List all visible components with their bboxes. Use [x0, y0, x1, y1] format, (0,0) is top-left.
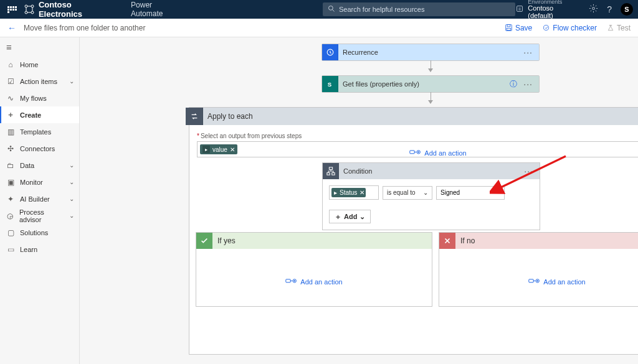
nav-item-data[interactable]: 🗀Data⌄ [0, 157, 79, 174]
nav-label: Process advisor [19, 208, 64, 223]
svg-rect-14 [329, 167, 332, 170]
environment-name: Contoso (default) [528, 5, 580, 19]
nav-collapse-icon[interactable]: ≡ [0, 37, 79, 56]
svg-rect-19 [529, 279, 533, 282]
avatar[interactable]: S [621, 3, 633, 16]
nav-item-solutions[interactable]: ▢Solutions [0, 224, 79, 241]
svg-rect-10 [507, 28, 511, 30]
svg-point-1 [31, 5, 34, 7]
chevron-down-icon: ⌄ [359, 213, 365, 221]
nav-item-my-flows[interactable]: ∿My flows [0, 90, 79, 106]
nav-item-process-advisor[interactable]: ◶Process advisor⌄ [0, 207, 79, 224]
svg-rect-6 [517, 6, 523, 11]
save-button[interactable]: Save [505, 24, 532, 32]
remove-token-icon[interactable]: ✕ [359, 189, 364, 196]
card-menu-icon[interactable]: ··· [521, 47, 535, 57]
nav-label: Solutions [20, 229, 48, 236]
card-menu-icon[interactable]: ··· [521, 166, 536, 176]
nav-label: Action items [20, 78, 57, 85]
nav-label: My flows [20, 95, 47, 102]
action-card-get-files[interactable]: S Get files (properties only) ⓘ ··· [321, 75, 540, 93]
ai-builder-icon: ✦ [6, 195, 15, 203]
svg-rect-17 [286, 279, 290, 282]
search-input[interactable] [339, 6, 510, 13]
svg-rect-21 [410, 151, 414, 154]
card-title: Condition [343, 167, 521, 175]
nav-label: Create [20, 111, 41, 119]
flow-checker-label: Flow checker [553, 24, 597, 32]
flow-checker-button[interactable]: Flow checker [542, 24, 597, 32]
nav-item-create[interactable]: ＋Create [0, 106, 79, 123]
monitor-icon: ▣ [6, 178, 15, 187]
home-icon: ⌂ [6, 60, 15, 69]
recurrence-icon [322, 44, 338, 60]
card-title: Get files (properties only) [343, 80, 510, 88]
add-action-button[interactable]: Add an action [528, 278, 585, 286]
settings-icon[interactable] [589, 4, 598, 15]
nav-label: Data [20, 162, 34, 169]
nav-label: Templates [20, 128, 51, 136]
add-action-button[interactable]: Add an action [409, 149, 466, 157]
info-icon[interactable]: ⓘ [510, 79, 517, 90]
svg-rect-16 [331, 173, 334, 175]
test-label: Test [617, 24, 631, 32]
add-action-label: Add an action [424, 149, 466, 157]
data-icon: 🗀 [6, 161, 15, 170]
branch-label: If no [460, 236, 475, 245]
token-label: Status [340, 189, 357, 196]
nav-item-connectors[interactable]: ✣Connectors [0, 140, 79, 157]
nav-item-monitor[interactable]: ▣Monitor⌄ [0, 174, 79, 190]
nav-item-learn[interactable]: ▭Learn [0, 241, 79, 258]
nav-item-home[interactable]: ⌂Home [0, 56, 79, 73]
action-card-apply-to-each[interactable]: Apply to each ··· Select an output from … [189, 107, 638, 355]
svg-point-3 [31, 11, 34, 14]
action-card-condition[interactable]: Condition ··· ▸ Status ✕ [322, 162, 540, 230]
svg-point-4 [328, 6, 333, 10]
plus-icon: ＋ [335, 212, 341, 222]
add-action-button[interactable]: Add an action [285, 278, 342, 286]
condition-operator-select[interactable]: is equal to ⌄ [383, 186, 432, 200]
help-icon[interactable]: ? [607, 4, 612, 14]
chevron-down-icon: ⌄ [423, 189, 428, 196]
nav-label: Connectors [20, 145, 55, 152]
add-condition-button[interactable]: ＋ Add ⌄ [329, 210, 371, 223]
card-title: Apply to each [207, 112, 638, 121]
nav-label: Learn [20, 246, 37, 253]
search-box[interactable] [323, 2, 515, 16]
sharepoint-icon: S [322, 76, 338, 92]
card-title: Recurrence [343, 49, 521, 56]
branch-label: If yes [217, 236, 236, 245]
check-icon [196, 233, 212, 249]
back-arrow-icon[interactable]: ← [7, 23, 16, 33]
svg-point-0 [25, 5, 27, 7]
test-button[interactable]: Test [607, 24, 631, 32]
connector-arrow [431, 92, 431, 103]
flow-title: Move files from one folder to another [24, 24, 145, 32]
process-advisor-icon: ◶ [6, 212, 14, 220]
action-items-icon: ☑ [6, 77, 15, 86]
my-flows-icon: ∿ [6, 94, 15, 103]
nav-item-action-items[interactable]: ☑Action items⌄ [0, 73, 79, 90]
app-name: Power Automate [131, 1, 186, 18]
token-icon: ▸ [334, 189, 337, 196]
output-label: Select an output from previous steps [197, 133, 638, 139]
templates-icon: ▥ [6, 128, 15, 136]
add-action-label: Add an action [300, 278, 342, 286]
waffle-icon[interactable] [5, 4, 20, 16]
branch-if-yes: If yes Add an action [196, 232, 432, 307]
loop-icon [186, 108, 203, 125]
cross-icon [439, 233, 455, 249]
trigger-card-recurrence[interactable]: Recurrence ··· [321, 44, 540, 61]
connectors-icon: ✣ [6, 144, 15, 153]
flow-canvas[interactable]: Recurrence ··· S Get files (properties o… [80, 37, 638, 364]
condition-value-input[interactable] [436, 186, 505, 200]
operator-label: is equal to [387, 189, 416, 196]
condition-left-operand[interactable]: ▸ Status ✕ [329, 185, 379, 200]
nav-item-templates[interactable]: ▥Templates [0, 123, 79, 140]
card-menu-icon[interactable]: ··· [521, 79, 535, 89]
nav-item-ai-builder[interactable]: ✦AI Builder⌄ [0, 190, 79, 207]
nav-label: Home [20, 61, 38, 68]
environment-picker[interactable]: Environments Contoso (default) [515, 0, 580, 19]
svg-rect-9 [507, 25, 510, 27]
chevron-down-icon: ⌄ [69, 212, 74, 219]
